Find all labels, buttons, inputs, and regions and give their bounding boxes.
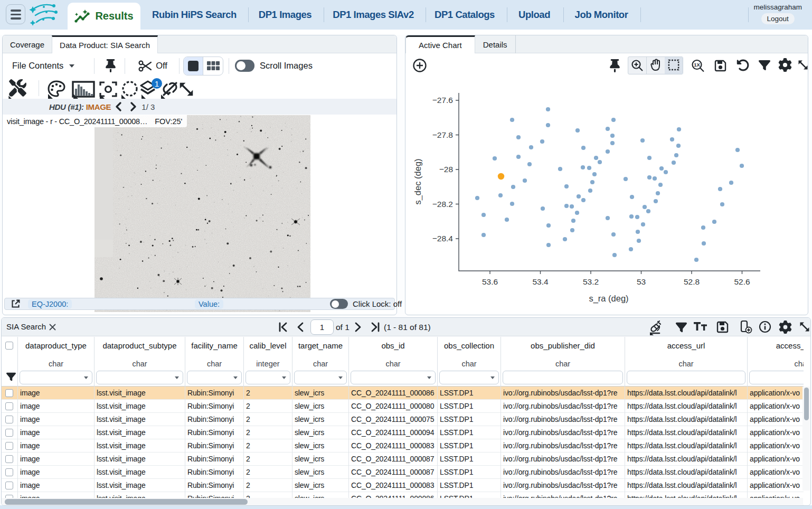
svg-text:52.8: 52.8 xyxy=(684,277,700,286)
svg-text:53: 53 xyxy=(637,277,646,286)
svg-text:−28: −28 xyxy=(439,165,453,174)
svg-text:53.4: 53.4 xyxy=(532,277,549,286)
svg-text:s_dec (deg): s_dec (deg) xyxy=(413,158,423,204)
svg-text:1X: 1X xyxy=(694,62,700,68)
svg-text:−27.8: −27.8 xyxy=(432,130,453,139)
svg-text:−28.4: −28.4 xyxy=(432,234,454,243)
svg-text:−27.6: −27.6 xyxy=(432,96,453,105)
svg-text:53.6: 53.6 xyxy=(482,277,498,286)
svg-text:s_ra (deg): s_ra (deg) xyxy=(589,294,628,304)
svg-text:53.2: 53.2 xyxy=(583,277,599,286)
svg-text:−28.2: −28.2 xyxy=(432,200,453,209)
svg-text:52.6: 52.6 xyxy=(734,277,750,286)
